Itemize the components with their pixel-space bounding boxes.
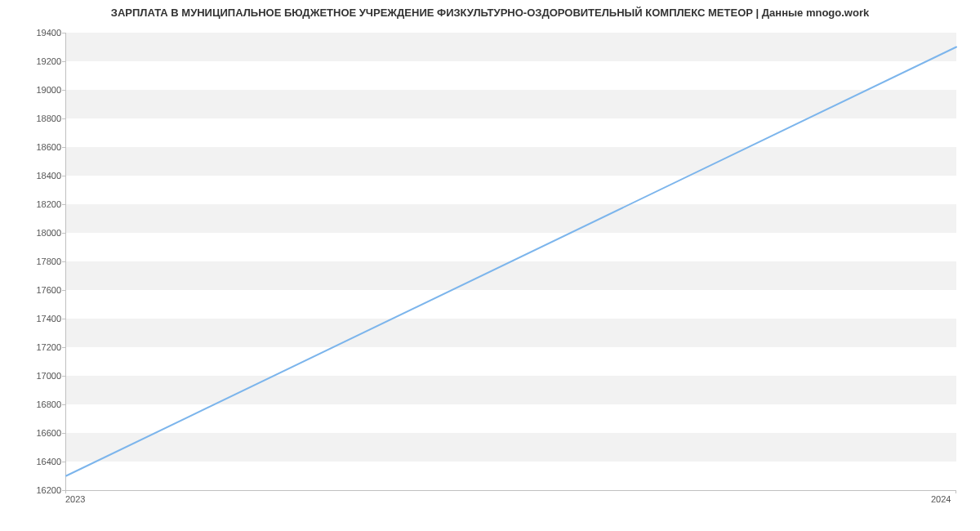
line-layer bbox=[66, 33, 956, 490]
y-tick-mark bbox=[62, 433, 65, 434]
y-tick-label: 18600 bbox=[4, 142, 61, 152]
y-tick-label: 16400 bbox=[4, 457, 61, 466]
y-tick-mark bbox=[62, 347, 65, 348]
x-tick-label: 2023 bbox=[65, 494, 85, 504]
y-tick-label: 17200 bbox=[4, 342, 61, 352]
y-tick-label: 17000 bbox=[4, 371, 61, 381]
y-tick-mark bbox=[62, 90, 65, 91]
series-line bbox=[66, 47, 956, 476]
y-tick-mark bbox=[62, 176, 65, 176]
y-tick-label: 16600 bbox=[4, 428, 61, 438]
y-tick-label: 18000 bbox=[4, 228, 61, 238]
x-tick-mark bbox=[956, 490, 956, 493]
x-tick-mark bbox=[65, 490, 66, 493]
y-tick-mark bbox=[62, 462, 65, 462]
y-tick-label: 19200 bbox=[4, 56, 61, 66]
y-tick-mark bbox=[62, 204, 65, 205]
y-tick-mark bbox=[62, 118, 65, 119]
y-tick-label: 17600 bbox=[4, 285, 61, 295]
y-tick-mark bbox=[62, 319, 65, 319]
y-tick-label: 17400 bbox=[4, 314, 61, 324]
y-tick-mark bbox=[62, 290, 65, 291]
y-tick-mark bbox=[62, 233, 65, 234]
y-tick-label: 18400 bbox=[4, 171, 61, 181]
y-tick-label: 18800 bbox=[4, 114, 61, 123]
y-tick-label: 19000 bbox=[4, 85, 61, 95]
y-tick-label: 17800 bbox=[4, 257, 61, 266]
chart-container: ЗАРПЛАТА В МУНИЦИПАЛЬНОЕ БЮДЖЕТНОЕ УЧРЕЖ… bbox=[0, 0, 980, 531]
y-tick-mark bbox=[62, 376, 65, 377]
plot-area bbox=[65, 33, 956, 491]
y-tick-mark bbox=[62, 61, 65, 62]
y-tick-mark bbox=[62, 33, 65, 33]
y-tick-mark bbox=[62, 404, 65, 405]
x-tick-label: 2024 bbox=[931, 494, 951, 504]
y-tick-label: 16200 bbox=[4, 485, 61, 495]
y-tick-mark bbox=[62, 261, 65, 262]
y-tick-mark bbox=[62, 147, 65, 148]
y-tick-label: 18200 bbox=[4, 199, 61, 209]
y-tick-label: 16800 bbox=[4, 399, 61, 409]
y-tick-label: 19400 bbox=[4, 28, 61, 38]
chart-title: ЗАРПЛАТА В МУНИЦИПАЛЬНОЕ БЮДЖЕТНОЕ УЧРЕЖ… bbox=[0, 7, 980, 19]
